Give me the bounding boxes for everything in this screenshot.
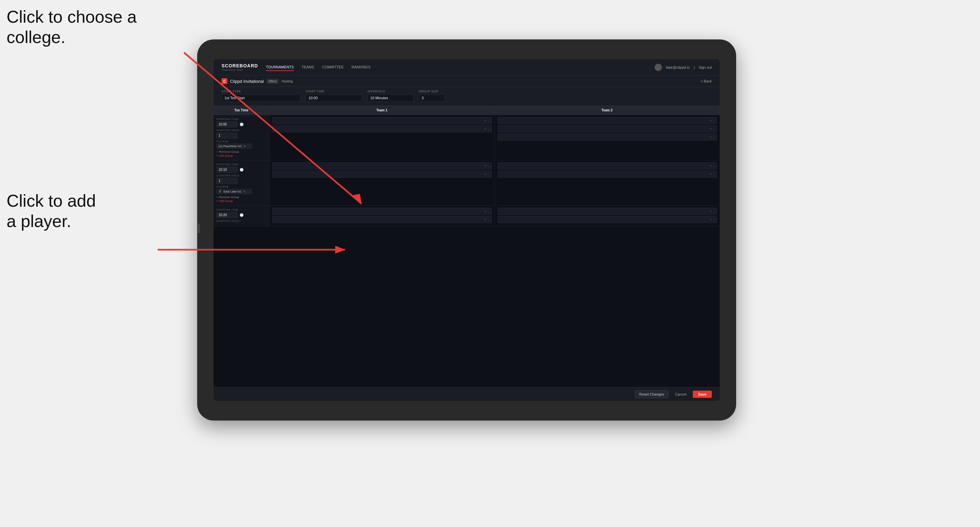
nav-committee[interactable]: COMMITTEE [322,64,344,71]
app-footer: Reset Changes Cancel Save [214,387,720,401]
course-icon-r2: 🏌 [218,190,222,193]
hole-select-r2[interactable]: 1 [216,178,238,184]
table-row: STARTING TIME: 🕐 STARTING HOLE: 1 COURSE… [214,160,720,206]
add-group-r2[interactable]: + Add Group [216,200,267,203]
remove-group-r1[interactable]: ○ Remove Group [216,150,267,154]
player-slot-t2-r1-2[interactable]: ✕ ⌄ [498,125,718,132]
separator: | [694,65,695,69]
slot-actions: ✕ ⌄ [710,165,716,168]
slot-chevron-icon[interactable]: ⌄ [713,173,716,176]
table-header: Tee Time Team 1 Team 2 [214,106,720,115]
slot-chevron-icon[interactable]: ⌄ [713,136,716,139]
player-slot-t1-r1-2[interactable]: ✕ ⌄ [272,125,492,132]
clock-icon-r1: 🕐 [240,122,243,126]
slot-x-icon[interactable]: ✕ [710,210,712,213]
tablet-screen: SCOREBOARD Powered by clippd TOURNAMENTS… [214,59,720,401]
starting-time-input-r2[interactable] [216,167,238,173]
slot-chevron-icon[interactable]: ⌄ [488,218,490,221]
slot-x-icon[interactable]: ✕ [484,210,487,213]
annotation-top: Click to choose a college. [6,6,137,48]
slot-x-icon[interactable]: ✕ [484,173,487,176]
nav-rankings[interactable]: RANKINGS [352,64,371,71]
clock-icon-r3: 🕐 [240,213,243,217]
slot-x-icon[interactable]: ✕ [710,173,712,176]
starting-time-label-r2: STARTING TIME: [216,163,267,166]
starting-hole-row-r1: 1 [216,132,267,139]
reset-changes-button[interactable]: Reset Changes [635,390,668,398]
back-button[interactable]: < Back [701,79,712,83]
slot-chevron-icon[interactable]: ⌄ [488,173,490,176]
slot-chevron-icon[interactable]: ⌄ [488,165,490,168]
starting-time-row-r2: 🕐 [216,167,267,173]
slot-chevron-icon[interactable]: ⌄ [713,218,716,221]
slot-x-icon[interactable]: ✕ [710,127,712,130]
slot-chevron-icon[interactable]: ⌄ [488,210,490,213]
slot-x-icon[interactable]: ✕ [710,165,712,168]
slot-x-icon[interactable]: ✕ [484,119,487,122]
course-tag-r1[interactable]: (A) Peachtree GC ✕ ⌄ [216,144,252,149]
starting-time-input-r3[interactable] [216,212,238,218]
hole-select-r1[interactable]: 1 [216,132,238,139]
annotation-mid: Click to add a player. [6,190,96,232]
sign-out-link[interactable]: Sign out [699,65,712,69]
start-type-select[interactable]: 1st Tee Start [221,94,301,102]
course-chevron-r1[interactable]: ⌄ [247,145,250,148]
slot-x-icon[interactable]: ✕ [484,127,487,130]
player-slot-t1-r1-1[interactable]: ✕ ⌄ [272,117,492,124]
player-slot-t2-r3-2[interactable]: ✕ ⌄ [498,216,718,223]
course-remove-r1[interactable]: ✕ [243,144,246,148]
remove-group-r2[interactable]: ○ Remove Group [216,195,267,199]
event-gender: (Men) [267,79,279,84]
starting-hole-label-r1: STARTING HOLE: [216,129,267,132]
course-name-r2: East Lake GC [223,190,242,193]
course-remove-r2[interactable]: ✕ [243,190,246,193]
player-slot-t2-r1-3[interactable]: ✕ ⌄ [498,133,718,141]
starting-time-label-r1: STARTING TIME: [216,117,267,121]
save-button[interactable]: Save [693,390,712,398]
nav-teams[interactable]: TEAMS [302,64,314,71]
player-slot-t2-r2-2[interactable]: ✕ ⌄ [498,170,718,178]
tee-teams-r3: ✕ ⌄ ✕ ⌄ [269,206,720,226]
course-tag-r2[interactable]: 🏌 East Lake GC ✕ ⌄ [216,189,252,194]
control-start-time: Start Time [305,90,362,102]
slot-actions: ✕ ⌄ [710,136,716,139]
event-icon: C [221,78,228,84]
tee-teams-r1: ✕ ⌄ ✕ ⌄ [269,115,720,160]
powered-by: Powered by clippd [221,68,258,71]
team2-col-r2: ✕ ⌄ ✕ ⌄ [495,160,720,205]
player-slot-t2-r1-1[interactable]: ✕ ⌄ [498,117,718,124]
slot-chevron-icon[interactable]: ⌄ [713,210,716,213]
player-slot-t2-r2-1[interactable]: ✕ ⌄ [498,162,718,170]
slot-chevron-icon[interactable]: ⌄ [488,119,490,122]
starting-time-input-r1[interactable] [216,121,238,127]
player-slot-t1-r2-2[interactable]: ✕ ⌄ [272,170,492,178]
starting-hole-row-r2: 1 [216,178,267,184]
course-chevron-r2[interactable]: ⌄ [247,190,250,193]
slot-chevron-icon[interactable]: ⌄ [713,127,716,130]
slot-chevron-icon[interactable]: ⌄ [713,165,716,168]
group-size-select[interactable]: 3 [419,94,445,102]
slot-x-icon[interactable]: ✕ [710,218,712,221]
intervals-select[interactable]: 10 Minutes [368,94,414,102]
player-slot-t1-r2-1[interactable]: ✕ ⌄ [272,162,492,170]
add-group-r1[interactable]: + Add Group [216,154,267,157]
player-slot-t2-r3-1[interactable]: ✕ ⌄ [498,208,718,215]
slot-actions: ✕ ⌄ [710,210,716,213]
player-slot-t1-r3-1[interactable]: ✕ ⌄ [272,208,492,215]
th-team1: Team 1 [269,106,495,115]
nav-tournaments[interactable]: TOURNAMENTS [266,64,294,71]
annotation-top-line1: Click to choose a [6,6,137,27]
start-time-input[interactable] [305,94,362,102]
starting-hole-label-r2: STARTING HOLE: [216,174,267,177]
slot-x-icon[interactable]: ✕ [484,218,487,221]
cancel-button[interactable]: Cancel [671,390,690,398]
slot-x-icon[interactable]: ✕ [484,165,487,168]
course-row-r2: 🏌 East Lake GC ✕ ⌄ [216,189,267,194]
slot-x-icon[interactable]: ✕ [710,119,712,122]
slot-chevron-icon[interactable]: ⌄ [713,119,716,122]
player-slot-t1-r3-2[interactable]: ✕ ⌄ [272,216,492,223]
slot-chevron-icon[interactable]: ⌄ [488,127,490,130]
control-intervals: Intervals 10 Minutes [368,90,414,102]
slot-x-icon[interactable]: ✕ [710,136,712,139]
event-name: Clippd Invitational [230,79,264,84]
